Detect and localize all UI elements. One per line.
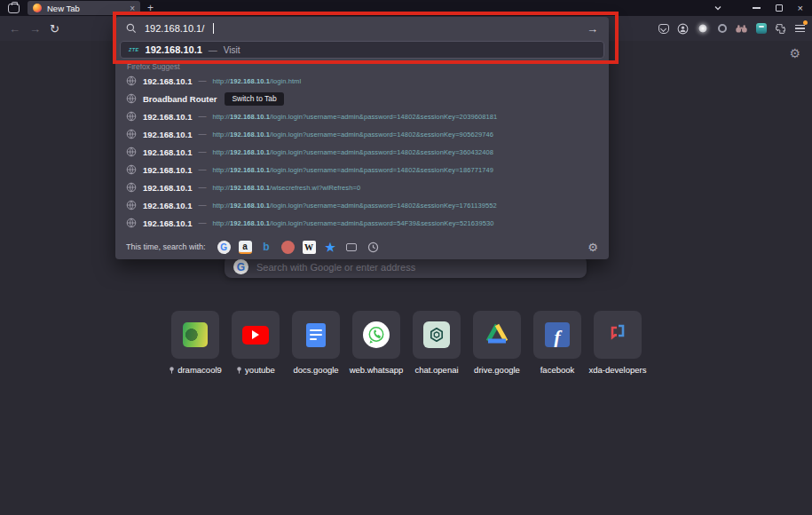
minimize-button[interactable]	[753, 7, 761, 9]
globe-icon	[126, 93, 137, 104]
separator: —	[198, 201, 206, 210]
suggestion-row[interactable]: 192.168.10.1 — http://192.168.10.1/login…	[115, 107, 609, 125]
list-all-tabs-icon[interactable]	[714, 4, 721, 12]
account-icon[interactable]	[677, 23, 689, 35]
amazon-engine-icon[interactable]: a	[239, 241, 252, 254]
app-menu-icon[interactable]	[794, 23, 806, 35]
pocket-icon[interactable]	[658, 23, 669, 35]
suggestion-row[interactable]: 192.168.10.1 — http://192.168.10.1/login…	[115, 72, 609, 90]
globe-icon	[126, 147, 137, 157]
suggestion-row[interactable]: 192.168.10.1 — http://192.168.10.1/login…	[115, 125, 609, 143]
binoculars-extension-icon[interactable]	[736, 23, 747, 35]
shortcut-label: xda-developers	[589, 365, 647, 375]
shortcut-label: youtube	[245, 365, 275, 375]
reload-button[interactable]: ↻	[50, 23, 59, 35]
bing-engine-icon[interactable]: b	[260, 241, 273, 254]
bookmarks-star-icon[interactable]: ★	[324, 241, 337, 254]
urlbar-panel: 192.168.10.1/ → ZTE 192.168.10.1 — Visit…	[115, 17, 609, 259]
row-url: http://192.168.10.1/wlsecrefresh.wl?wlRe…	[212, 184, 360, 192]
suggestion-row[interactable]: 192.168.10.1 — http://192.168.10.1/login…	[115, 143, 609, 161]
shortcut-label: docs.google	[293, 365, 338, 375]
urlbar[interactable]: 192.168.10.1/ →	[115, 17, 609, 40]
row-title: 192.168.10.1	[143, 201, 192, 210]
new-tab-button[interactable]: +	[147, 2, 154, 14]
shortcut-drive-google[interactable]: drive.google	[467, 311, 527, 375]
firefox-view-icon[interactable]	[8, 4, 20, 13]
ring-extension-icon[interactable]	[716, 23, 728, 35]
suggestion-row[interactable]: 192.168.10.1 — http://192.168.10.1/login…	[115, 196, 609, 214]
shortcut-label: facebook	[540, 365, 575, 375]
youtube-icon	[242, 326, 269, 345]
row-title: 192.168.10.1	[143, 165, 192, 175]
back-button[interactable]: ←	[9, 23, 20, 35]
selected-title: 192.168.10.1	[146, 44, 202, 55]
shortcut-dramacool9[interactable]: dramacool9	[165, 311, 225, 375]
shortcut-xda-developers[interactable]: xda-developers	[587, 311, 648, 375]
personalize-gear-icon[interactable]: ⚙	[789, 46, 800, 60]
tabs-icon[interactable]	[345, 241, 359, 254]
shortcut-docs-google[interactable]: docs.google	[286, 311, 346, 375]
globe-icon	[126, 129, 137, 139]
go-arrow-icon[interactable]: →	[587, 22, 598, 36]
row-url: http://192.168.10.1/login.html	[212, 77, 301, 85]
suggestion-row[interactable]: Broadband Router Switch to Tab	[115, 90, 609, 107]
shortcut-youtube[interactable]: youtube	[225, 311, 286, 375]
urlbar-input[interactable]: 192.168.10.1/	[145, 23, 204, 34]
row-url: http://192.168.10.1/login.login?username…	[212, 131, 493, 139]
shortcut-label: web.whatsapp	[350, 365, 404, 375]
globe-icon	[126, 218, 137, 228]
separator: —	[198, 130, 206, 139]
row-title: 192.168.10.1	[143, 218, 192, 228]
tab-close-icon[interactable]: ×	[130, 4, 135, 13]
row-url: http://192.168.10.1/login.login?username…	[212, 148, 493, 156]
this-time-search-label: This time, search with:	[126, 242, 206, 251]
globe-icon	[126, 164, 137, 175]
engine-icons: G a b W ★	[217, 241, 380, 254]
xda-icon	[606, 321, 629, 348]
whatsapp-icon	[363, 321, 390, 348]
separator: —	[198, 76, 206, 85]
forward-button[interactable]: →	[29, 23, 41, 35]
globe-icon	[126, 182, 137, 193]
google-drive-icon	[485, 322, 508, 347]
shortcut-facebook[interactable]: f facebook	[527, 311, 587, 375]
row-url: http://192.168.10.1/login.login?username…	[212, 202, 496, 210]
openai-icon	[423, 321, 450, 348]
history-clock-icon[interactable]	[367, 241, 380, 254]
pin-icon	[236, 367, 242, 374]
separator: —	[198, 147, 206, 156]
separator: —	[198, 183, 206, 192]
row-title: 192.168.10.1	[143, 147, 192, 157]
row-title: 192.168.10.1	[143, 130, 192, 139]
maximize-button[interactable]	[776, 4, 783, 12]
separator: —	[198, 165, 206, 174]
firefox-suggest-label: Firefox Suggest	[115, 59, 609, 72]
search-settings-gear-icon[interactable]: ⚙	[587, 241, 598, 254]
zte-favicon: ZTE	[129, 47, 139, 52]
suggestion-row[interactable]: 192.168.10.1 — http://192.168.10.1/login…	[115, 214, 609, 232]
tab-new-tab[interactable]: New Tab ×	[28, 1, 140, 15]
wikipedia-engine-icon[interactable]: W	[303, 241, 316, 254]
duckduckgo-engine-icon[interactable]	[281, 241, 295, 254]
shortcut-web-whatsapp[interactable]: web.whatsapp	[346, 311, 406, 375]
switch-to-tab-badge[interactable]: Switch to Tab	[225, 92, 283, 106]
google-engine-icon[interactable]: G	[217, 241, 231, 254]
shortcut-label: chat.openai	[414, 365, 458, 375]
shortcut-tiles: dramacool9 youtube docs.google web.whats…	[165, 311, 648, 375]
teal-badged-extension-icon[interactable]	[755, 23, 767, 35]
globe-icon	[126, 75, 137, 86]
google-docs-icon	[306, 323, 326, 347]
row-title: 192.168.10.1	[143, 112, 192, 122]
glow-extension-icon[interactable]	[697, 23, 708, 35]
separator: —	[198, 218, 206, 227]
search-icon	[126, 23, 137, 34]
window-close-button[interactable]: ×	[798, 4, 803, 13]
toolbar-extensions-area	[658, 23, 812, 35]
shortcut-chat-openai[interactable]: chat.openai	[406, 311, 467, 375]
selected-suggestion-row[interactable]: ZTE 192.168.10.1 — Visit	[120, 41, 604, 59]
suggestion-row[interactable]: 192.168.10.1 — http://192.168.10.1/wlsec…	[115, 178, 609, 196]
extensions-puzzle-icon[interactable]	[775, 23, 786, 35]
suggestion-row[interactable]: 192.168.10.1 — http://192.168.10.1/login…	[115, 161, 609, 178]
row-title: 192.168.10.1	[143, 76, 192, 86]
row-url: http://192.168.10.1/login.login?username…	[212, 219, 493, 227]
